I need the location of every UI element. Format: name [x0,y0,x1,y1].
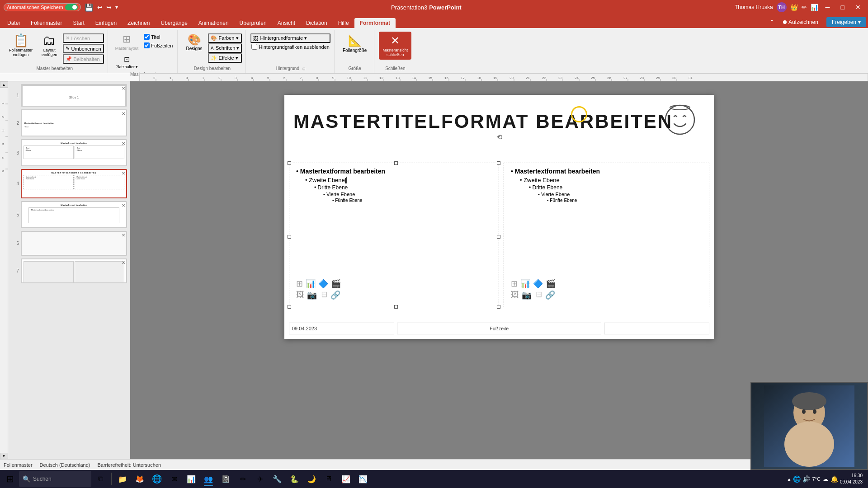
folienmaster-einfuegen-button[interactable]: 📋 Folienmastereinfügen [5,32,36,60]
footer-center[interactable]: Fußzeile [397,323,601,334]
freigeben-button[interactable]: Freigeben ▾ [826,17,866,27]
taskbar-app10[interactable]: 🖥 [321,471,337,487]
handle-ml[interactable] [288,235,291,239]
handle-tr[interactable] [497,161,500,165]
puzzle-icon[interactable]: 🔗 [330,290,340,300]
rotate-handle[interactable]: ⟲ [496,133,502,141]
slide-item-2[interactable]: 2 Mastertitelformat bearbeiten • Text ✕ [11,109,127,136]
titel-checkbox[interactable] [144,34,150,40]
redo-icon[interactable]: ↪ [106,4,112,11]
slide-item-5[interactable]: 5 Masterformat bearbeiten • Mastertextfo… [11,201,127,228]
footer-right[interactable] [604,323,709,334]
schriften-button[interactable]: A Schriften ▾ [208,43,242,53]
online-icon-r[interactable]: 📷 [522,290,532,300]
taskbar-excel[interactable]: 📉 [355,471,371,487]
tab-datei[interactable]: Datei [2,18,25,28]
expand-icon[interactable]: ⊡ [302,67,306,71]
table-icon[interactable]: ⊞ [296,279,303,289]
online-icon[interactable]: 📷 [307,290,317,300]
cloud-icon[interactable]: ☁ [822,475,829,483]
slide-item-6[interactable]: 6 ✕ [11,231,127,256]
taskbar-teams[interactable]: 👥 [200,471,217,487]
scroll-down-button[interactable]: ▼ [0,453,8,459]
handle-tm[interactable] [394,161,398,165]
handle-tl[interactable] [288,161,291,165]
maximize-button[interactable]: □ [837,0,848,14]
farben-button[interactable]: 🎨 Farben ▾ [208,33,242,43]
taskbar-app9[interactable]: 🌙 [303,471,320,487]
slide-close-1[interactable]: ✕ [122,86,125,91]
search-taskbar-button[interactable]: 🔍 Suchen [19,471,91,487]
taskbar-onenote[interactable]: 📓 [217,471,234,487]
screen-icon[interactable]: 🖥 [320,290,328,300]
start-button[interactable]: ⊞ [2,471,18,487]
chart-icon[interactable]: 📊 [306,279,316,289]
slide-title[interactable]: MASTERTITELFORMAT BEARBEITEN [293,108,705,135]
slide-thumb-5[interactable]: Masterformat bearbeiten • Mastertextform… [21,201,127,228]
smartart-icon[interactable]: 🔷 [318,279,328,289]
tab-ueberprufen[interactable]: Überprüfen [234,18,272,28]
chk-titel[interactable]: Titel [143,33,174,40]
table-icon-r[interactable]: ⊞ [511,279,518,289]
beibehalten-button[interactable]: 📌 Beibehalten [63,54,104,64]
footer-date[interactable]: 09.04.2023 [289,323,394,334]
taskbar-app8[interactable]: 🐍 [286,471,302,487]
tab-dictation[interactable]: Dictation [301,18,333,28]
slide-thumb-7[interactable]: ✕ [21,258,127,283]
smartart-icon-r[interactable]: 🔷 [533,279,543,289]
slide-close-3[interactable]: ✕ [122,141,125,146]
scroll-up-button[interactable]: ▲ [0,81,8,88]
slide-thumb-2[interactable]: Mastertitelformat bearbeiten • Text ✕ [21,109,127,136]
right-content-box[interactable]: • Mastertextformat bearbeiten • Zweite E… [504,163,709,307]
bg-graphics-checkbox[interactable] [251,44,257,50]
tab-start[interactable]: Start [67,18,90,28]
slide-item-7[interactable]: 7 ✕ [11,258,127,283]
puzzle-icon-r[interactable]: 🔗 [545,290,555,300]
taskbar-app11[interactable]: 📈 [338,471,354,487]
chk-fusszeilen[interactable]: Fußzeilen [143,42,174,49]
taskbar-firefox[interactable]: 🦊 [132,471,148,487]
masterlayout-button[interactable]: ⊞ Masterlayout [113,32,142,52]
slide-thumb-6[interactable]: ✕ [21,231,127,256]
slide-item-3[interactable]: 3 Masterformat bearbeiten • Text • Ebene… [11,139,127,166]
tab-folienmaster[interactable]: Folienmaster [25,18,67,28]
slide-close-5[interactable]: ✕ [122,203,125,208]
slide-item-4[interactable]: 4 MASTERTITELFORMAT BEARBEITEN • Mastert… [11,169,127,198]
tab-zeichnen[interactable]: Zeichnen [122,18,155,28]
save-icon[interactable]: 💾 [85,3,94,12]
handle-bm[interactable] [394,305,398,309]
left-content-box[interactable]: • Mastertextformat bearbeiten • Zweite E… [289,163,499,307]
slide-close-4[interactable]: ✕ [122,171,125,176]
media-icon-r[interactable]: 🎬 [546,279,556,289]
autosave-toggle[interactable]: Automatisches Speichern [4,3,81,11]
slide-close-2[interactable]: ✕ [122,111,125,116]
chk-hintergrundgrafiken[interactable]: Hintergrundgrafiken ausblenden [250,43,330,50]
taskbar-powerpoint[interactable]: 📊 [183,471,199,487]
foliengroesse-button[interactable]: 📐 Foliengröße [339,32,370,56]
masteransicht-schliessen-button[interactable]: ✕ Masteransichtschließen [379,32,411,60]
minimize-button[interactable]: ─ [822,0,834,14]
media-icon[interactable]: 🎬 [331,279,341,289]
umbenennen-button[interactable]: ✎ Umbenennen [63,44,104,53]
picture-icon[interactable]: 🖼 [296,290,304,300]
tab-ansicht[interactable]: Ansicht [272,18,301,28]
handle-bl[interactable] [288,305,291,309]
taskbar-chrome[interactable]: 🌐 [149,471,165,487]
tab-hilfe[interactable]: Hilfe [333,18,354,28]
slide-item-1[interactable]: 1 Slide 1 ✕ [11,84,127,107]
picture-icon-r[interactable]: 🖼 [511,290,519,300]
undo-icon[interactable]: ↩ [97,4,103,11]
effekte-button[interactable]: ✨ Effekte ▾ [208,53,242,63]
taskbar-app7[interactable]: 🔧 [269,471,285,487]
chart-icon-r[interactable]: 📊 [520,279,530,289]
taskview-button[interactable]: ⧉ [92,471,108,487]
handle-br[interactable] [497,305,500,309]
expand-icon[interactable]: ▲ [787,477,792,482]
fusszeilen-checkbox[interactable] [144,42,150,48]
slide-title-area[interactable]: ⟲ MASTERTITELFORMAT BEARBEITEN [293,108,705,135]
layout-einfuegen-button[interactable]: 🗂 Layouteinfügen [38,32,61,60]
slide-panel[interactable]: 1 Slide 1 ✕ 2 Mastertitelformat bearbeit… [8,81,130,459]
taskbar-outlook[interactable]: ✉ [166,471,182,487]
tab-animationen[interactable]: Animationen [193,18,234,28]
close-button[interactable]: ✕ [852,0,864,14]
